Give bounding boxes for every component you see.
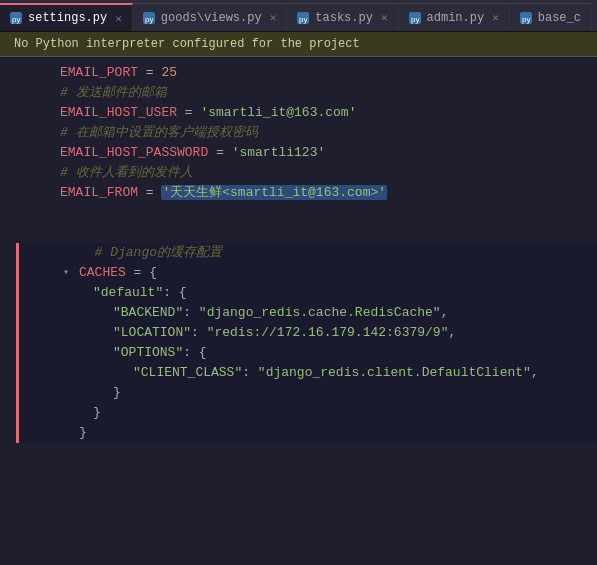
svg-text:py: py (522, 15, 530, 24)
line-17: } (19, 383, 597, 403)
tab-close-2[interactable]: ✕ (270, 11, 277, 24)
tab-bar: py settings.py ✕ py goods\views.py ✕ py … (0, 0, 597, 32)
warning-bar: No Python interpreter configured for the… (0, 32, 597, 57)
line-4: # 在邮箱中设置的客户端授权密码 (0, 123, 597, 143)
line-8 (0, 203, 597, 223)
line-5: EMAIL_HOST_PASSWORD = 'smartli123' (0, 143, 597, 163)
svg-text:py: py (299, 15, 307, 24)
tab-admin[interactable]: py admin.py ✕ (399, 3, 510, 31)
editor-window: py settings.py ✕ py goods\views.py ✕ py … (0, 0, 597, 562)
line-12: "default": { (19, 283, 597, 303)
line-9 (0, 223, 597, 243)
tab-label-2: goods\views.py (161, 11, 262, 25)
tab-label-4: admin.py (427, 11, 485, 25)
line-1: EMAIL_PORT = 25 (0, 63, 597, 83)
line-15: "OPTIONS": { (19, 343, 597, 363)
line-11: ▾ CACHES = { (19, 263, 597, 283)
line-3: EMAIL_HOST_USER = 'smartli_it@163.com' (0, 103, 597, 123)
tab-tasks[interactable]: py tasks.py ✕ (287, 3, 398, 31)
tab-label: settings.py (28, 11, 107, 25)
line-16: "CLIENT_CLASS": "django_redis.client.Def… (19, 363, 597, 383)
tab-settings[interactable]: py settings.py ✕ (0, 3, 133, 31)
tab-close[interactable]: ✕ (115, 12, 122, 25)
tab-label-5: base_c (538, 11, 581, 25)
line-14: "LOCATION": "redis://172.16.179.142:6379… (19, 323, 597, 343)
tab-label-3: tasks.py (315, 11, 373, 25)
code-editor[interactable]: EMAIL_PORT = 25 # 发送邮件的邮箱 EMAIL_HOST_USE… (0, 57, 597, 562)
fold-icon-caches[interactable]: ▾ (59, 263, 73, 283)
line-18: } (19, 403, 597, 423)
python-icon-3: py (297, 12, 309, 24)
tab-goods-views[interactable]: py goods\views.py ✕ (133, 3, 287, 31)
python-icon: py (10, 12, 22, 24)
line-10: # Django的缓存配置 (19, 243, 597, 263)
line-13: "BACKEND": "django_redis.cache.RedisCach… (19, 303, 597, 323)
python-icon-2: py (143, 12, 155, 24)
tab-close-3[interactable]: ✕ (381, 11, 388, 24)
python-icon-5: py (520, 12, 532, 24)
svg-text:py: py (411, 15, 419, 24)
line-7: EMAIL_FROM = '天天生鲜<smartli_it@163.com>' (0, 183, 597, 203)
warning-text: No Python interpreter configured for the… (14, 37, 360, 51)
tab-close-4[interactable]: ✕ (492, 11, 499, 24)
python-icon-4: py (409, 12, 421, 24)
line-19: } (19, 423, 597, 443)
code-content: EMAIL_PORT = 25 # 发送邮件的邮箱 EMAIL_HOST_USE… (0, 57, 597, 449)
svg-text:py: py (145, 15, 153, 24)
line-2: # 发送邮件的邮箱 (0, 83, 597, 103)
tab-base[interactable]: py base_c (510, 3, 592, 31)
svg-text:py: py (12, 15, 20, 24)
line-6: # 收件人看到的发件人 (0, 163, 597, 183)
